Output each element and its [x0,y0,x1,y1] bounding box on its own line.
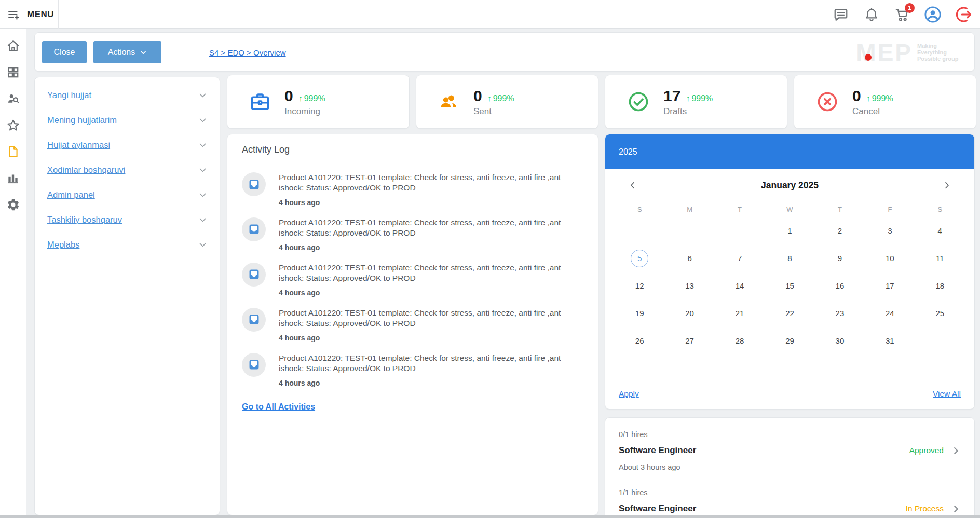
home-icon[interactable] [6,38,20,53]
stat-delta: ↑ 999% [487,94,514,103]
bar-chart-icon[interactable] [6,171,20,185]
calendar-day[interactable]: 13 [664,272,714,299]
hire-title: Software Engineer [619,445,696,456]
sidebar-link-xodimlar-boshqaruvi[interactable]: Xodimlar boshqaruvi [47,165,125,175]
calendar-day[interactable]: 16 [815,272,865,299]
calendar-day[interactable]: 23 [815,299,865,327]
document-icon-active[interactable] [6,144,20,159]
calendar-day[interactable]: 11 [915,244,965,272]
chevron-down-icon[interactable] [198,215,207,224]
calendar-day[interactable]: 19 [615,299,664,327]
inbox-icon [242,353,266,377]
calendar-day[interactable]: 1 [765,217,814,244]
stat-card-incoming[interactable]: 0 ↑ 999% Incoming [227,75,410,129]
logout-icon [955,6,972,23]
calendar-day[interactable]: 4 [915,217,965,244]
stat-card-cancel[interactable]: 0 ↑ 999% Cancel [794,75,976,129]
calendar-month-label: January 2025 [761,180,819,191]
sidebar-link-mening-hujjatlarim[interactable]: Mening hujjatlarim [47,115,117,125]
actions-dropdown-button[interactable]: Actions [93,41,161,63]
sidebar-link-admin-panel[interactable]: Admin panel [47,190,95,200]
calendar-day[interactable]: 29 [765,327,814,355]
calendar-day[interactable]: 8 [765,244,814,272]
calendar-day[interactable]: 15 [765,272,814,299]
calendar-view-all-link[interactable]: View All [933,389,961,399]
sidebar-link-row: Meplabs [47,232,207,257]
dashboard-grid-icon[interactable] [6,65,20,79]
arrow-up-icon: ↑ [866,94,870,103]
horizontal-scrollbar[interactable] [0,515,980,518]
stat-card-sent[interactable]: 0 ↑ 999% Sent [416,75,598,129]
chevron-down-icon[interactable] [198,141,207,149]
calendar-day[interactable]: 21 [715,299,765,327]
chevron-down-icon[interactable] [198,116,207,125]
calendar-day[interactable]: 12 [615,272,664,299]
notifications-button[interactable] [863,6,880,23]
calendar-day[interactable]: 7 [715,244,765,272]
chat-button[interactable] [833,6,849,23]
calendar-day[interactable]: 2 [815,217,865,244]
toolbar-card: Close Actions S4 > EDO > Overview MEP Ma… [34,32,975,72]
calendar-day[interactable]: 20 [664,299,714,327]
sidebar-links-panel: Yangi hujjatMening hujjatlarimHujjat ayl… [34,77,220,515]
logout-button[interactable] [955,6,972,23]
calendar-apply-link[interactable]: Apply [619,389,639,399]
actions-label: Actions [108,48,135,57]
sidebar-link-meplabs[interactable]: Meplabs [47,240,79,250]
calendar-day[interactable]: 10 [865,244,915,272]
sidebar-link-hujjat-aylanmasi[interactable]: Hujjat aylanmasi [47,140,110,150]
close-button[interactable]: Close [42,41,87,63]
menu-button[interactable]: MENU [7,0,54,29]
chevron-right-icon[interactable] [951,504,961,514]
account-button[interactable] [924,6,941,23]
settings-gear-icon[interactable] [6,197,20,212]
activity-item: Product A101220: TEST-01 template: Check… [242,263,588,297]
breadcrumb[interactable]: S4 > EDO > Overview [209,33,286,72]
star-icon[interactable] [6,118,20,132]
calendar-next-month-button[interactable] [940,179,954,192]
calendar-weekday-header: T [715,201,765,217]
activity-item-time: 4 hours ago [279,334,588,342]
activity-item: Product A101220: TEST-01 template: Check… [242,308,588,342]
calendar-weekday-header: M [664,201,714,217]
inbox-icon [242,308,266,332]
chevron-down-icon[interactable] [198,166,207,174]
calendar-day[interactable]: 25 [915,299,965,327]
stat-value: 0 [473,87,482,105]
calendar-day-selected[interactable]: 5 [615,244,664,272]
sidebar-link-tashkiliy-boshqaruv[interactable]: Tashkiliy boshqaruv [47,215,122,225]
calendar-day[interactable]: 17 [865,272,915,299]
calendar-day[interactable]: 31 [865,327,915,355]
person-search-icon[interactable] [6,91,20,106]
calendar-day[interactable]: 24 [865,299,915,327]
calendar-day[interactable]: 22 [765,299,814,327]
stat-card-drafts[interactable]: 17 ↑ 999% Drafts [605,75,787,129]
calendar-day[interactable]: 27 [664,327,714,355]
chevron-down-icon[interactable] [198,190,207,199]
calendar-day[interactable]: 3 [865,217,915,244]
hire-open-button[interactable]: In Process [906,504,961,514]
calendar-day[interactable]: 9 [815,244,865,272]
calendar-day[interactable]: 26 [615,327,664,355]
chevron-down-icon[interactable] [198,240,207,249]
calendar-day[interactable]: 14 [715,272,765,299]
chat-icon [833,7,849,22]
activity-item-text: Product A101220: TEST-01 template: Check… [279,308,588,329]
activity-item: Product A101220: TEST-01 template: Check… [242,353,588,387]
hire-open-button[interactable]: Approved [909,446,961,456]
chevron-right-icon[interactable] [951,446,961,456]
calendar-prev-month-button[interactable] [626,179,639,192]
go-to-all-activities-link[interactable]: Go to All Activities [242,402,315,412]
calendar-day[interactable]: 6 [664,244,714,272]
calendar-day[interactable]: 18 [915,272,965,299]
chevron-down-icon[interactable] [198,91,207,100]
calendar-day[interactable]: 30 [815,327,865,355]
hire-status-badge: Approved [909,446,944,455]
arrow-up-icon: ↑ [686,94,690,103]
stat-value: 0 [284,87,293,105]
cart-button[interactable]: 1 [894,6,910,23]
inbox-icon [242,172,266,196]
calendar-day[interactable]: 28 [715,327,765,355]
inbox-icon [242,263,266,287]
sidebar-link-yangi-hujjat[interactable]: Yangi hujjat [47,90,91,100]
